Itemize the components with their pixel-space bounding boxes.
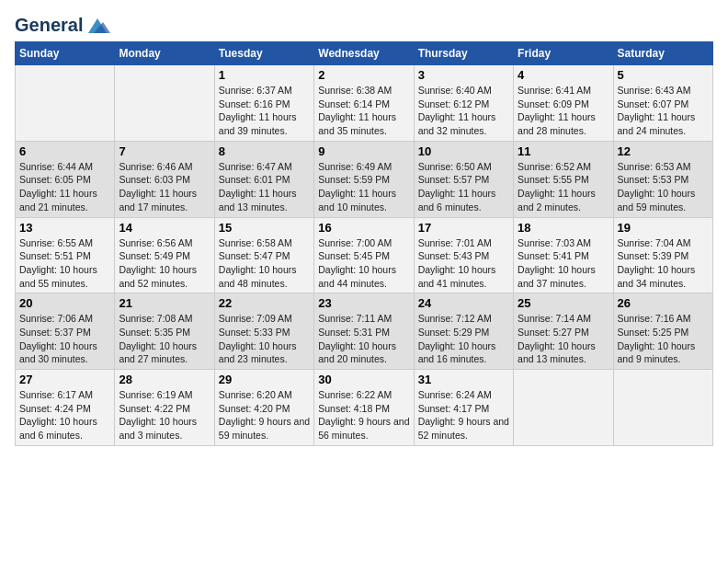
day-number: 1 <box>219 68 310 82</box>
calendar-cell: 12Sunrise: 6:53 AM Sunset: 5:53 PM Dayli… <box>613 141 712 217</box>
logo-general: General <box>15 15 83 36</box>
calendar-cell: 7Sunrise: 6:46 AM Sunset: 6:03 PM Daylig… <box>115 141 214 217</box>
calendar-week-4: 20Sunrise: 7:06 AM Sunset: 5:37 PM Dayli… <box>16 293 713 370</box>
calendar-cell: 25Sunrise: 7:14 AM Sunset: 5:27 PM Dayli… <box>514 293 613 370</box>
calendar-header-row: SundayMondayTuesdayWednesdayThursdayFrid… <box>16 42 713 65</box>
calendar-cell: 29Sunrise: 6:20 AM Sunset: 4:20 PM Dayli… <box>214 370 313 446</box>
calendar-week-3: 13Sunrise: 6:55 AM Sunset: 5:51 PM Dayli… <box>16 217 713 293</box>
day-info: Sunrise: 7:06 AM Sunset: 5:37 PM Dayligh… <box>19 312 110 366</box>
day-info: Sunrise: 7:00 AM Sunset: 5:45 PM Dayligh… <box>318 236 409 291</box>
header-wednesday: Wednesday <box>314 42 414 65</box>
header-monday: Monday <box>115 42 214 65</box>
day-info: Sunrise: 7:12 AM Sunset: 5:29 PM Dayligh… <box>418 312 509 366</box>
day-info: Sunrise: 7:04 AM Sunset: 5:39 PM Dayligh… <box>618 236 709 291</box>
calendar-cell: 17Sunrise: 7:01 AM Sunset: 5:43 PM Dayli… <box>414 217 513 293</box>
calendar-cell: 18Sunrise: 7:03 AM Sunset: 5:41 PM Dayli… <box>514 217 613 293</box>
day-number: 20 <box>19 296 110 310</box>
day-info: Sunrise: 6:40 AM Sunset: 6:12 PM Dayligh… <box>418 84 509 138</box>
day-info: Sunrise: 7:08 AM Sunset: 5:35 PM Dayligh… <box>119 312 210 366</box>
day-number: 19 <box>618 221 709 235</box>
day-number: 5 <box>618 68 709 82</box>
day-number: 18 <box>518 221 609 235</box>
logo-icon <box>85 17 110 35</box>
day-number: 26 <box>618 296 709 310</box>
calendar-cell <box>115 65 214 142</box>
calendar-cell: 27Sunrise: 6:17 AM Sunset: 4:24 PM Dayli… <box>16 370 115 446</box>
day-info: Sunrise: 6:37 AM Sunset: 6:16 PM Dayligh… <box>219 84 310 138</box>
calendar-cell: 30Sunrise: 6:22 AM Sunset: 4:18 PM Dayli… <box>314 370 414 446</box>
calendar-cell <box>613 370 712 446</box>
calendar-cell: 3Sunrise: 6:40 AM Sunset: 6:12 PM Daylig… <box>414 65 513 142</box>
day-info: Sunrise: 6:46 AM Sunset: 6:03 PM Dayligh… <box>119 160 210 214</box>
day-number: 31 <box>418 373 509 386</box>
calendar-cell: 13Sunrise: 6:55 AM Sunset: 5:51 PM Dayli… <box>16 217 115 293</box>
day-info: Sunrise: 6:19 AM Sunset: 4:22 PM Dayligh… <box>119 388 210 442</box>
calendar-cell: 28Sunrise: 6:19 AM Sunset: 4:22 PM Dayli… <box>115 370 214 446</box>
header-friday: Friday <box>514 42 613 65</box>
day-info: Sunrise: 6:50 AM Sunset: 5:57 PM Dayligh… <box>418 160 509 214</box>
day-number: 2 <box>318 68 409 82</box>
day-number: 27 <box>19 373 110 386</box>
day-info: Sunrise: 6:49 AM Sunset: 5:59 PM Dayligh… <box>318 160 409 214</box>
calendar-cell <box>16 65 115 142</box>
calendar-cell: 23Sunrise: 7:11 AM Sunset: 5:31 PM Dayli… <box>314 293 414 370</box>
calendar-cell: 21Sunrise: 7:08 AM Sunset: 5:35 PM Dayli… <box>115 293 214 370</box>
calendar-cell: 5Sunrise: 6:43 AM Sunset: 6:07 PM Daylig… <box>613 65 712 142</box>
day-info: Sunrise: 6:53 AM Sunset: 5:53 PM Dayligh… <box>618 160 709 214</box>
header-sunday: Sunday <box>16 42 115 65</box>
day-number: 11 <box>518 144 609 158</box>
day-number: 8 <box>219 144 310 158</box>
day-info: Sunrise: 6:56 AM Sunset: 5:49 PM Dayligh… <box>119 236 210 291</box>
day-info: Sunrise: 6:22 AM Sunset: 4:18 PM Dayligh… <box>318 388 409 442</box>
calendar-table: SundayMondayTuesdayWednesdayThursdayFrid… <box>15 41 713 446</box>
header-saturday: Saturday <box>613 42 712 65</box>
day-number: 24 <box>418 296 509 310</box>
day-info: Sunrise: 7:03 AM Sunset: 5:41 PM Dayligh… <box>518 236 609 291</box>
calendar-cell: 9Sunrise: 6:49 AM Sunset: 5:59 PM Daylig… <box>314 141 414 217</box>
day-info: Sunrise: 6:38 AM Sunset: 6:14 PM Dayligh… <box>318 84 409 138</box>
calendar-cell: 1Sunrise: 6:37 AM Sunset: 6:16 PM Daylig… <box>214 65 313 142</box>
day-info: Sunrise: 6:55 AM Sunset: 5:51 PM Dayligh… <box>19 236 110 291</box>
calendar-cell: 4Sunrise: 6:41 AM Sunset: 6:09 PM Daylig… <box>514 65 613 142</box>
day-number: 17 <box>418 221 509 235</box>
calendar-cell: 24Sunrise: 7:12 AM Sunset: 5:29 PM Dayli… <box>414 293 513 370</box>
calendar-cell: 26Sunrise: 7:16 AM Sunset: 5:25 PM Dayli… <box>613 293 712 370</box>
calendar-cell: 8Sunrise: 6:47 AM Sunset: 6:01 PM Daylig… <box>214 141 313 217</box>
day-info: Sunrise: 6:52 AM Sunset: 5:55 PM Dayligh… <box>518 160 609 214</box>
day-info: Sunrise: 6:44 AM Sunset: 6:05 PM Dayligh… <box>19 160 110 214</box>
calendar-cell: 19Sunrise: 7:04 AM Sunset: 5:39 PM Dayli… <box>613 217 712 293</box>
day-info: Sunrise: 7:09 AM Sunset: 5:33 PM Dayligh… <box>219 312 310 366</box>
day-number: 29 <box>219 373 310 386</box>
day-info: Sunrise: 6:24 AM Sunset: 4:17 PM Dayligh… <box>418 388 509 442</box>
day-number: 30 <box>318 373 409 386</box>
day-number: 13 <box>19 221 110 235</box>
calendar-cell: 22Sunrise: 7:09 AM Sunset: 5:33 PM Dayli… <box>214 293 313 370</box>
day-number: 28 <box>119 373 210 386</box>
day-number: 10 <box>418 144 509 158</box>
day-number: 3 <box>418 68 509 82</box>
day-number: 12 <box>618 144 709 158</box>
day-number: 15 <box>219 221 310 235</box>
day-number: 4 <box>518 68 609 82</box>
calendar-cell: 20Sunrise: 7:06 AM Sunset: 5:37 PM Dayli… <box>16 293 115 370</box>
day-info: Sunrise: 7:01 AM Sunset: 5:43 PM Dayligh… <box>418 236 509 291</box>
day-number: 22 <box>219 296 310 310</box>
day-number: 25 <box>518 296 609 310</box>
calendar-cell: 14Sunrise: 6:56 AM Sunset: 5:49 PM Dayli… <box>115 217 214 293</box>
day-number: 16 <box>318 221 409 235</box>
calendar-cell: 16Sunrise: 7:00 AM Sunset: 5:45 PM Dayli… <box>314 217 414 293</box>
header-thursday: Thursday <box>414 42 513 65</box>
calendar-week-2: 6Sunrise: 6:44 AM Sunset: 6:05 PM Daylig… <box>16 141 713 217</box>
day-info: Sunrise: 7:11 AM Sunset: 5:31 PM Dayligh… <box>318 312 409 366</box>
calendar-cell: 6Sunrise: 6:44 AM Sunset: 6:05 PM Daylig… <box>16 141 115 217</box>
calendar-cell: 15Sunrise: 6:58 AM Sunset: 5:47 PM Dayli… <box>214 217 313 293</box>
day-number: 14 <box>119 221 210 235</box>
day-info: Sunrise: 6:41 AM Sunset: 6:09 PM Dayligh… <box>518 84 609 138</box>
calendar-cell: 2Sunrise: 6:38 AM Sunset: 6:14 PM Daylig… <box>314 65 414 142</box>
day-number: 6 <box>19 144 110 158</box>
day-info: Sunrise: 7:14 AM Sunset: 5:27 PM Dayligh… <box>518 312 609 366</box>
calendar-cell: 11Sunrise: 6:52 AM Sunset: 5:55 PM Dayli… <box>514 141 613 217</box>
page-header: General <box>15 15 713 32</box>
day-info: Sunrise: 6:47 AM Sunset: 6:01 PM Dayligh… <box>219 160 310 214</box>
day-info: Sunrise: 7:16 AM Sunset: 5:25 PM Dayligh… <box>618 312 709 366</box>
